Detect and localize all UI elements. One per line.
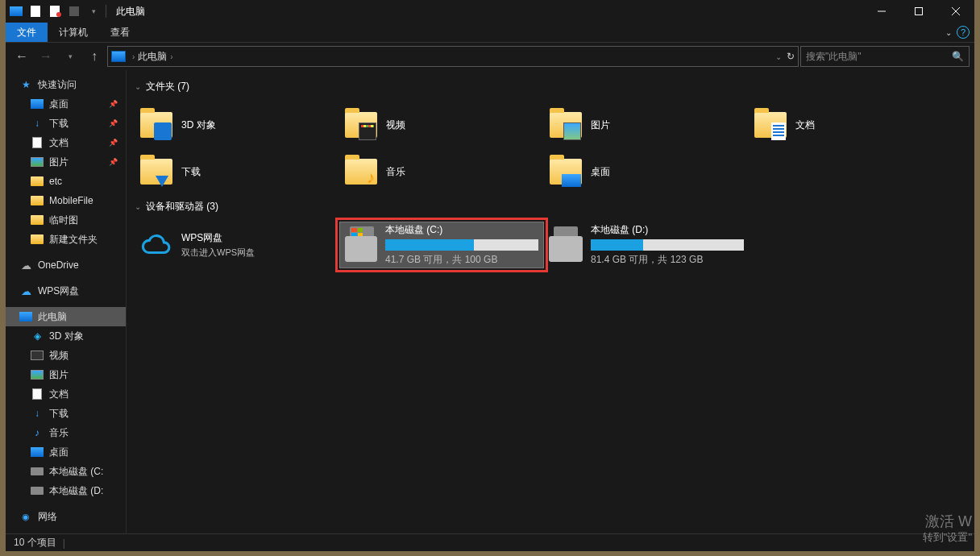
nav-this-pc[interactable]: 此电脑 — [6, 307, 126, 326]
folder-icon — [30, 176, 44, 187]
chevron-down-icon: ⌄ — [135, 202, 141, 211]
drive-usage-bar — [591, 239, 744, 251]
pin-icon: 📌 — [109, 100, 118, 108]
desktop-icon — [30, 446, 44, 458]
up-button[interactable]: ↑ — [83, 45, 106, 68]
breadcrumb-root[interactable]: 此电脑 — [138, 50, 167, 64]
music-icon — [30, 427, 44, 438]
cloud-icon — [19, 285, 33, 297]
nav-documents-2[interactable]: 文档 — [6, 384, 126, 404]
desktop-icon — [30, 98, 44, 110]
network-icon — [19, 511, 33, 522]
nav-wps[interactable]: WPS网盘 — [6, 281, 126, 301]
pin-icon: 📌 — [109, 119, 118, 127]
pin-icon: 📌 — [109, 158, 118, 166]
back-button[interactable]: ← — [10, 45, 33, 68]
nav-network[interactable]: 网络 — [6, 507, 126, 526]
app-icon[interactable] — [7, 2, 25, 20]
drive-d[interactable]: 本地磁盘 (D:) 81.4 GB 可用，共 123 GB — [544, 222, 749, 268]
drive-name: 本地磁盘 (C:) — [385, 223, 538, 237]
nav-videos[interactable]: 视频 — [6, 346, 126, 365]
nav-downloads[interactable]: 下载📌 — [6, 114, 126, 133]
minimize-button[interactable] — [863, 0, 900, 23]
titlebar: ▾ 此电脑 — [6, 0, 974, 23]
folder-desktop[interactable]: 桌面 — [544, 148, 749, 195]
folder-documents[interactable]: 文档 — [749, 102, 953, 148]
cube-icon — [154, 122, 172, 140]
folder-3d-objects[interactable]: 3D 对象 — [135, 102, 339, 148]
video-icon — [30, 350, 44, 361]
drive-wps[interactable]: WPS网盘 双击进入WPS网盘 — [135, 222, 339, 268]
qa-icon-2[interactable] — [46, 2, 64, 20]
drive-name: 本地磁盘 (D:) — [591, 223, 744, 237]
nav-drive-d[interactable]: 本地磁盘 (D: — [6, 481, 126, 500]
document-icon — [30, 388, 44, 400]
forward-button[interactable]: → — [35, 45, 57, 68]
nav-desktop-2[interactable]: 桌面 — [6, 442, 126, 462]
nav-mobilefile[interactable]: MobileFile — [6, 191, 126, 210]
picture-icon — [30, 369, 44, 380]
nav-drive-c[interactable]: 本地磁盘 (C: — [6, 462, 126, 481]
breadcrumb-bar[interactable]: › 此电脑 › ⌄ ↻ — [107, 46, 799, 67]
search-input[interactable]: 搜索"此电脑" 🔍 — [800, 46, 970, 67]
drive-desc: 双击进入WPS网盘 — [181, 247, 255, 259]
folder-pictures[interactable]: 图片 — [544, 102, 749, 148]
qa-icon-3[interactable] — [65, 2, 83, 20]
nav-documents[interactable]: 文档📌 — [6, 133, 126, 152]
recent-dropdown[interactable]: ▾ — [59, 45, 81, 68]
download-icon — [156, 176, 168, 187]
ribbon-tab-file[interactable]: 文件 — [6, 23, 48, 42]
qa-icon-1[interactable] — [27, 2, 44, 20]
search-placeholder: 搜索"此电脑" — [806, 50, 862, 64]
search-icon: 🔍 — [952, 51, 964, 62]
picture-icon — [563, 122, 581, 140]
chevron-down-icon: ⌄ — [135, 82, 141, 91]
nav-music[interactable]: 音乐 — [6, 423, 126, 442]
drive-icon — [345, 236, 377, 262]
nav-downloads-2[interactable]: 下载 — [6, 404, 126, 423]
folder-icon — [30, 234, 44, 245]
nav-pictures-2[interactable]: 图片 — [6, 365, 126, 384]
content-pane: ⌄ 文件夹 (7) 3D 对象 视频 图片 文档 下载 ♪音乐 桌面 ⌄ 设备和… — [127, 70, 974, 533]
download-icon — [30, 408, 44, 419]
status-item-count: 10 个项目 — [14, 536, 56, 550]
ribbon-tab-computer[interactable]: 计算机 — [48, 23, 99, 42]
folder-videos[interactable]: 视频 — [339, 102, 544, 148]
close-button[interactable] — [937, 0, 974, 23]
ribbon-collapse-icon[interactable]: ⌄ — [945, 28, 952, 37]
drive-c[interactable]: 本地磁盘 (C:) 41.7 GB 可用，共 100 GB — [339, 222, 544, 268]
nav-onedrive[interactable]: OneDrive — [6, 255, 126, 275]
chevron-right-icon[interactable]: › — [170, 52, 172, 61]
window-title: 此电脑 — [116, 5, 145, 19]
navigation-pane: 快速访问 桌面📌 下载📌 文档📌 图片📌 etc MobileFile 临时图 … — [6, 70, 127, 533]
folder-downloads[interactable]: 下载 — [135, 148, 339, 195]
nav-3d-objects[interactable]: 3D 对象 — [6, 326, 126, 346]
cube-icon — [30, 330, 44, 342]
nav-pictures[interactable]: 图片📌 — [6, 152, 126, 172]
refresh-icon[interactable]: ↻ — [787, 51, 795, 62]
help-icon[interactable]: ? — [957, 26, 970, 39]
music-icon: ♪ — [367, 168, 375, 187]
ribbon-tab-view[interactable]: 查看 — [99, 23, 141, 42]
group-drives-header[interactable]: ⌄ 设备和驱动器 (3) — [135, 200, 966, 214]
maximize-button[interactable] — [900, 0, 937, 23]
folder-icon — [30, 214, 44, 226]
picture-icon — [30, 156, 44, 168]
drive-icon — [30, 466, 44, 477]
download-icon — [30, 118, 44, 129]
drive-icon — [549, 236, 583, 262]
nav-tempimg[interactable]: 临时图 — [6, 210, 126, 230]
nav-quick-access[interactable]: 快速访问 — [6, 75, 126, 94]
nav-etc[interactable]: etc — [6, 172, 126, 191]
drive-detail: 41.7 GB 可用，共 100 GB — [385, 253, 538, 267]
nav-desktop[interactable]: 桌面📌 — [6, 94, 126, 114]
chevron-right-icon: › — [132, 52, 135, 61]
folder-music[interactable]: ♪音乐 — [339, 148, 544, 195]
nav-newfolder[interactable]: 新建文件夹 — [6, 230, 126, 249]
group-folders-header[interactable]: ⌄ 文件夹 (7) — [135, 80, 966, 93]
quick-access-toolbar: ▾ — [6, 2, 102, 20]
document-icon — [771, 122, 786, 140]
ribbon: 文件 计算机 查看 ⌄ ? — [6, 23, 974, 43]
qa-dropdown-icon[interactable]: ▾ — [85, 2, 102, 20]
address-dropdown-icon[interactable]: ⌄ — [775, 52, 782, 61]
